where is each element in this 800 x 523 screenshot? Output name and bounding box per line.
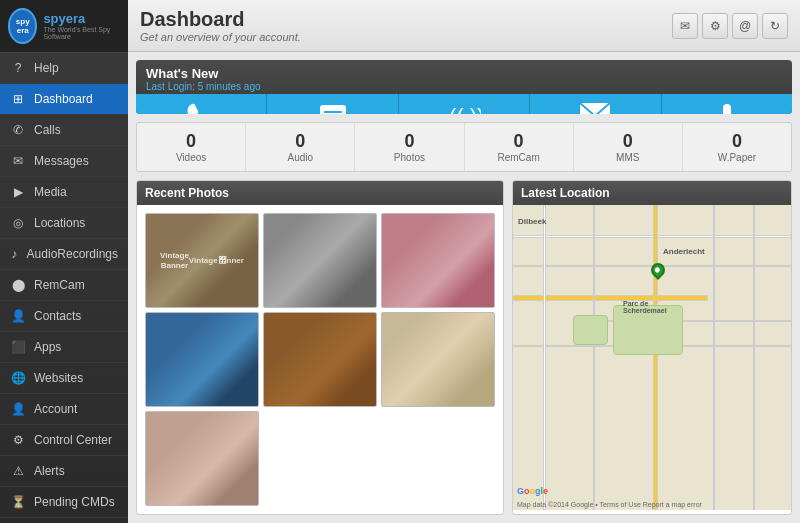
sidebar-item-help[interactable]: ? Help <box>0 53 128 84</box>
sidebar-item-remcam-label: RemCam <box>34 278 85 292</box>
refresh-button[interactable]: ↻ <box>762 13 788 39</box>
at-button[interactable]: @ <box>732 13 758 39</box>
mms-label: MMS <box>578 152 678 163</box>
svg-rect-6 <box>723 104 731 114</box>
bottom-panels: Recent Photos VintageBanner Latest Loca <box>136 180 792 515</box>
map-road-6 <box>543 205 546 510</box>
photo-thumb-5[interactable] <box>263 312 377 407</box>
sidebar-item-messages[interactable]: ✉ Messages <box>0 146 128 177</box>
email-button[interactable]: ✉ <box>672 13 698 39</box>
stat2-mms: 0 MMS <box>574 123 683 171</box>
photo-thumb-6[interactable] <box>381 312 495 407</box>
whats-new-header: What's New Last Login: 5 minutes ago <box>136 60 792 94</box>
stat-sms: 0 SMS VIEW MORE <box>267 94 398 114</box>
logo-tagline: The World's Best Spy Software <box>43 26 120 40</box>
sidebar-item-apps-label: Apps <box>34 340 61 354</box>
sidebar-item-calls-label: Calls <box>34 123 61 137</box>
map-road-1 <box>513 235 791 238</box>
sidebar-item-pending[interactable]: ⏳ Pending CMDs <box>0 487 128 518</box>
websites-icon: 🌐 <box>10 371 26 385</box>
map-area: Dilbeek Anderlecht Parc deScherdemael Ma… <box>513 205 791 510</box>
stats-row2: 0 Videos 0 Audio 0 Photos 0 RemCam 0 MMS… <box>136 122 792 172</box>
stat2-photos: 0 Photos <box>355 123 464 171</box>
svg-rect-2 <box>324 111 342 113</box>
logo-icon: spyera <box>8 8 37 44</box>
logo-name: spyera <box>43 12 120 26</box>
recent-photos-title: Recent Photos <box>145 186 229 200</box>
photos-label: Photos <box>359 152 459 163</box>
sidebar-item-media[interactable]: ▶ Media <box>0 177 128 208</box>
map-label-dilbeek: Dilbeek <box>518 217 546 226</box>
locations-icon: ◎ <box>10 216 26 230</box>
whats-new-section: What's New Last Login: 5 minutes ago 0 C… <box>136 60 792 114</box>
calls-stat-icon <box>186 102 216 114</box>
sidebar-item-locations[interactable]: ◎ Locations <box>0 208 128 239</box>
sidebar-item-audio[interactable]: ♪ AudioRecordings <box>0 239 128 270</box>
audio-count: 0 <box>250 131 350 152</box>
audio-icon: ♪ <box>10 247 19 261</box>
contacts-icon: 👤 <box>10 309 26 323</box>
sidebar-item-control-label: Control Center <box>34 433 112 447</box>
messages-icon: ✉ <box>10 154 26 168</box>
sidebar-item-control[interactable]: ⚙ Control Center <box>0 425 128 456</box>
sidebar-item-dashboard-label: Dashboard <box>34 92 93 106</box>
remcam-count: 0 <box>469 131 569 152</box>
gear-button[interactable]: ⚙ <box>702 13 728 39</box>
map-label-park: Parc deScherdemael <box>623 300 667 314</box>
pending-icon: ⏳ <box>10 495 26 509</box>
mms-count: 0 <box>578 131 678 152</box>
wpaper-label: W.Paper <box>687 152 787 163</box>
sms-stat-icon <box>318 102 348 114</box>
media-icon: ▶ <box>10 185 26 199</box>
account-icon: 👤 <box>10 402 26 416</box>
sidebar-item-contacts[interactable]: 👤 Contacts <box>0 301 128 332</box>
stat2-remcam: 0 RemCam <box>465 123 574 171</box>
photo-thumb-1[interactable]: VintageBanner <box>145 213 259 308</box>
sidebar-item-media-label: Media <box>34 185 67 199</box>
stat2-audio: 0 Audio <box>246 123 355 171</box>
sidebar-item-account[interactable]: 👤 Account <box>0 394 128 425</box>
sidebar-item-pending-label: Pending CMDs <box>34 495 115 509</box>
alerts-icon: ⚠ <box>10 464 26 478</box>
sidebar-item-websites[interactable]: 🌐 Websites <box>0 363 128 394</box>
sidebar-item-alerts[interactable]: ⚠ Alerts <box>0 456 128 487</box>
emails-stat-icon <box>579 102 611 114</box>
photo-thumb-4[interactable] <box>145 312 259 407</box>
map-location-marker <box>648 260 668 280</box>
photo-thumb-2[interactable] <box>263 213 377 308</box>
recent-photos-header: Recent Photos <box>137 181 503 205</box>
videos-label: Videos <box>141 152 241 163</box>
videos-count: 0 <box>141 131 241 152</box>
remcam-icon: ⬤ <box>10 278 26 292</box>
calls-icon: ✆ <box>10 123 26 137</box>
alerts-stat-icon: ((·)) <box>447 102 481 114</box>
sidebar-item-apps[interactable]: ⬛ Apps <box>0 332 128 363</box>
map-road-9 <box>713 205 715 510</box>
sidebar-item-remcam[interactable]: ⬤ RemCam <box>0 270 128 301</box>
sidebar-item-audio-label: AudioRecordings <box>27 247 118 261</box>
map-road-8 <box>653 205 658 510</box>
stat2-wpaper: 0 W.Paper <box>683 123 791 171</box>
map-label-anderlecht: Anderlecht <box>663 247 705 256</box>
apps-icon: ⬛ <box>10 340 26 354</box>
sidebar-item-messages-label: Messages <box>34 154 89 168</box>
sidebar-item-alerts-label: Alerts <box>34 464 65 478</box>
recent-photos-panel: Recent Photos VintageBanner <box>136 180 504 515</box>
main-content: Dashboard Get an overview of your accoun… <box>128 0 800 523</box>
photo-thumb-3[interactable] <box>381 213 495 308</box>
photo-thumb-7[interactable] <box>145 411 259 506</box>
map-footer: Map data ©2014 Google • Terms of Use Rep… <box>517 501 702 508</box>
park-area-2 <box>573 315 608 345</box>
sidebar: spyera spyera The World's Best Spy Softw… <box>0 0 128 523</box>
sidebar-item-calls[interactable]: ✆ Calls <box>0 115 128 146</box>
stat-alerts: ((·)) 0 Alerts VIEW MORE <box>399 94 530 114</box>
stat-emails: 0 Emails VIEW MORE <box>530 94 661 114</box>
svg-rect-5 <box>580 103 610 114</box>
help-icon: ? <box>10 61 26 75</box>
photos-count: 0 <box>359 131 459 152</box>
stat-calls: 0 Calls VIEW MORE <box>136 94 267 114</box>
last-login: Last Login: 5 minutes ago <box>146 81 782 92</box>
sidebar-item-dashboard[interactable]: ⊞ Dashboard <box>0 84 128 115</box>
photos-grid: VintageBanner <box>137 205 503 514</box>
photo-label-1: VintageBanner <box>160 251 189 270</box>
